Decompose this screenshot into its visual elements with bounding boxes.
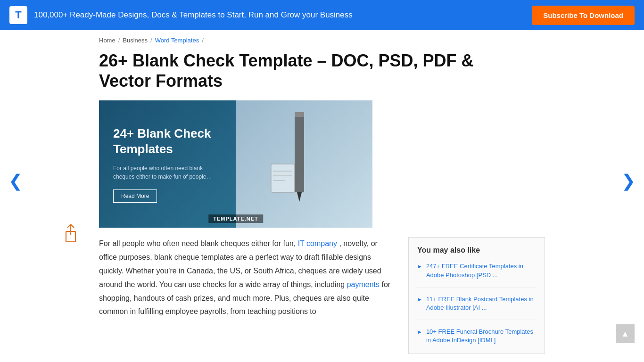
sidebar-item-link-0[interactable]: 247+ FREE Certificate Templates in Adobe… [426,262,536,279]
site-header: T 100,000+ Ready-Made Designs, Docs & Te… [0,0,644,30]
svg-rect-4 [271,164,295,192]
sidebar-item-arrow-2: ► [417,329,422,335]
bottom-area: For all people who often need blank cheq… [99,237,545,354]
sidebar-item-arrow-1: ► [417,296,422,302]
svg-rect-1 [295,112,304,192]
page-title: 26+ Blank Check Template – DOC, PSD, PDF… [99,50,486,91]
sidebar: You may also like ► 247+ FREE Certificat… [408,237,545,354]
you-may-like-title: You may also like [417,246,536,255]
banner-left: 24+ Blank Check Templates For all people… [99,100,236,228]
article-text: For all people who often need blank cheq… [99,237,394,354]
chevron-left-icon: ❮ [8,171,23,190]
sidebar-item-link-1[interactable]: 11+ FREE Blank Postcard Templates in Ado… [426,295,536,312]
header-left: T 100,000+ Ready-Made Designs, Docs & Te… [9,6,353,24]
chevron-right-icon: ❯ [621,171,636,190]
next-arrow[interactable]: ❯ [621,171,636,191]
sidebar-item-arrow-0: ► [417,263,422,269]
breadcrumb-sep-3: / [202,37,204,44]
logo-letter: T [15,9,21,21]
sidebar-item: ► 247+ FREE Certificate Templates in Ado… [417,262,536,287]
banner-subtitle: For all people who often need blank cheq… [113,164,222,181]
share-icon[interactable] [61,223,80,245]
banner-image: 24+ Blank Check Templates For all people… [99,100,372,228]
share-area [61,223,80,247]
breadcrumb-business[interactable]: Business [123,37,148,44]
sidebar-item: ► 11+ FREE Blank Postcard Templates in A… [417,295,536,320]
breadcrumb-sep-1: / [118,37,120,44]
banner-image-container: 24+ Blank Check Templates For all people… [99,100,372,228]
svg-marker-3 [297,192,302,202]
breadcrumb: Home / Business / Word Templates / [0,30,644,50]
header-tagline: 100,000+ Ready-Made Designs, Docs & Temp… [34,10,353,20]
main-content: 26+ Blank Check Template – DOC, PSD, PDF… [0,50,644,354]
you-may-also-like-box: You may also like ► 247+ FREE Certificat… [408,237,545,354]
it-company-link[interactable]: IT company [298,239,337,247]
breadcrumb-home[interactable]: Home [99,37,116,44]
sidebar-item: ► 10+ FREE Funeral Brochure Templates in… [417,328,536,345]
check-image-svg [266,107,342,221]
svg-rect-2 [295,112,304,117]
article-intro-1: For all people who often need blank cheq… [99,239,296,247]
banner-watermark: TEMPLATE.NET [208,214,263,223]
banner-right [236,100,372,228]
banner-right-overlay [236,100,372,228]
scroll-to-top-button[interactable]: ▲ [616,324,635,343]
payments-link[interactable]: payments [347,280,380,288]
read-more-button[interactable]: Read More [113,189,157,203]
logo[interactable]: T [9,6,27,24]
prev-arrow[interactable]: ❮ [8,171,23,191]
sidebar-items: ► 247+ FREE Certificate Templates in Ado… [417,262,536,345]
sidebar-item-link-2[interactable]: 10+ FREE Funeral Brochure Templates in A… [426,328,536,345]
scroll-top-icon: ▲ [621,329,629,339]
content-area: 24+ Blank Check Templates For all people… [99,100,545,228]
subscribe-button[interactable]: Subscribe To Download [532,6,635,25]
breadcrumb-current: Word Templates [155,37,199,44]
banner-title: 24+ Blank Check Templates [113,126,222,158]
breadcrumb-sep-2: / [150,37,152,44]
